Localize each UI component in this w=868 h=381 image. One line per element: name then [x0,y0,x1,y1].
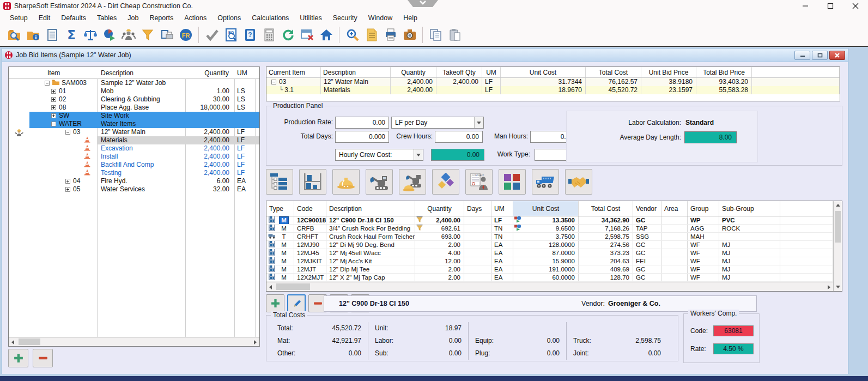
items-grid-header-cell[interactable]: Quantity [415,201,464,216]
tree-row[interactable]: SWSite Work [9,112,259,120]
crew-hours-input[interactable]: 0.00 [435,131,483,143]
items-grid-row[interactable]: M12MJ4512" Mj 45ell W/acc4.00EA87.000037… [266,249,833,257]
menu-window[interactable]: Window [363,13,398,23]
items-grid-header-cell[interactable]: Group [688,201,719,216]
toolbar-pie-report-button[interactable] [100,26,119,44]
contract-subcontractor-button[interactable]: CONTRACT [465,169,493,195]
material-rack-button[interactable] [299,169,326,195]
items-grid-header-cell[interactable]: Vendor [633,201,661,216]
menu-job[interactable]: Job [122,13,144,23]
trucking-button[interactable] [532,169,559,195]
items-grid-header-cell[interactable]: Code [294,201,326,216]
tree-row[interactable]: Testing2,400.00LF [9,169,259,177]
group-squares-button[interactable] [499,169,526,195]
expand-minus-icon[interactable] [271,80,276,84]
menu-actions[interactable]: Actions [179,13,212,23]
tree-row[interactable]: WATERWater Items [9,120,259,128]
equipment-excavator-button[interactable] [366,169,393,195]
expand-plus-icon[interactable] [51,89,56,94]
toolbar-preview-search-button[interactable]: EQ [221,26,240,44]
menu-defaults[interactable]: Defaults [56,13,92,23]
toolbar-folder-info-button[interactable] [23,26,43,44]
current-item-row[interactable]: 0312" Water Main2,400.002,400.00LF31.734… [266,78,840,86]
toolbar-help-book-button[interactable]: ? [240,26,259,44]
crew-equipment-button[interactable] [399,169,426,195]
tree-row[interactable]: 05Water Services32.00EA [9,185,259,193]
doc-titlebar[interactable]: Job Bid Items (Sample 12" Water Job) [2,49,848,62]
menu-reports[interactable]: Reports [144,13,179,23]
toolbar-report-button[interactable] [362,26,381,44]
menu-utilities[interactable]: Utilities [294,13,327,23]
expand-plus-icon[interactable] [51,113,56,118]
toolbar-close-window-button[interactable] [298,26,317,44]
maximize-button[interactable] [818,0,843,12]
toolbar-copy-button[interactable] [426,26,445,44]
items-grid-row[interactable]: M12C9001812" C900 Dr-18 Cl 1502,400.00LF… [266,216,833,225]
expand-minus-icon[interactable] [51,122,56,126]
toolbar-print-button[interactable] [381,26,400,44]
items-grid-row[interactable]: M12MJ9012" Di Mj 90 Deg. Bend2.00EA128.0… [266,241,833,249]
tree-row[interactable]: 04Fire Hyd.6.00EA [9,177,259,185]
scroll-right-icon[interactable] [828,285,830,289]
scroll-up-icon[interactable] [834,201,842,210]
production-rate-input[interactable]: 0.00 [335,117,389,129]
current-item-row[interactable]: └3.1Materials2,400.00LF18.967045,520.722… [266,86,840,94]
rate-unit-select[interactable]: LF per Day [391,117,484,129]
doc-minimize-button[interactable] [794,51,810,60]
add-item-button[interactable] [266,294,284,312]
add-bid-item-button[interactable] [8,349,28,367]
tree-row[interactable]: Excavation2,400.00LF [9,144,259,153]
menu-help[interactable]: Help [398,13,423,23]
items-grid-header-cell[interactable]: Description [326,201,415,216]
toolbar-crew-button[interactable] [119,26,138,44]
items-grid-header-cell[interactable]: Unit Cost [513,201,579,216]
toolbar-home-button[interactable] [317,26,336,44]
doc-close-button[interactable] [829,51,845,60]
expand-plus-icon[interactable] [65,179,70,184]
toolbar-calculator-button[interactable] [259,26,278,44]
bid-item-tree-button[interactable] [266,169,293,195]
items-vertical-scrollbar[interactable] [833,201,842,291]
menu-security[interactable]: Security [327,13,363,23]
expand-minus-icon[interactable] [65,130,70,135]
chevron-down-icon[interactable] [474,117,483,128]
scroll-left-icon[interactable] [11,340,14,344]
toolbar-notes-button[interactable] [43,26,62,44]
vendor-handshake-button[interactable] [565,169,592,195]
labor-hardhat-button[interactable] [332,169,360,195]
remove-bid-item-button[interactable] [33,349,53,367]
expand-plus-icon[interactable] [51,97,56,102]
chevron-down-icon[interactable] [414,149,423,160]
menu-tables[interactable]: Tables [92,13,122,23]
items-vscroll-thumb[interactable] [835,211,841,243]
doc-restore-button[interactable] [812,51,828,60]
tree-row[interactable]: SAM003Sample 12" Water Job [9,79,259,87]
hourly-crew-cost-select[interactable]: Hourly Crew Cost: [335,149,423,161]
items-grid-header-cell[interactable]: UM [491,201,513,216]
toolbar-scales-button[interactable] [81,26,100,44]
toolbar-refresh-button[interactable] [278,26,298,44]
expand-plus-icon[interactable] [65,187,70,192]
toolbar-sum-sigma-button[interactable]: Σ [62,26,81,44]
items-grid-row[interactable]: M12MJT12" Dip Mj Tee2.00EA191.0000409.69… [266,265,833,274]
tree-row[interactable]: Materials2,400.00LF [9,136,259,144]
toolbar-fr-badge-button[interactable]: FR [176,26,195,44]
tree-row[interactable]: Backfill And Comp2,400.00LF [9,161,259,169]
toolbar-print-book-button[interactable] [157,26,176,44]
items-grid-header-cell[interactable]: Area [661,201,688,216]
tree-row[interactable]: 08Place Agg. Base18,000.00LS [9,104,259,112]
items-grid-row[interactable]: TCRHFTCrush Rock Haul Form Teichert693.0… [266,233,833,241]
items-grid-header-cell[interactable]: Days [464,201,491,216]
toolbar-paste-button[interactable] [445,26,464,44]
tree-horizontal-scrollbar[interactable] [9,337,259,346]
menu-setup[interactable]: Setup [4,13,33,23]
toolbar-snapshot-camera-button[interactable] [400,26,419,44]
minimize-button[interactable] [793,0,818,12]
toolbar-zoom-in-button[interactable] [343,26,362,44]
items-grid-row[interactable]: MCRFB3/4" Crush Rock For Bedding692.61TN… [266,225,833,233]
scroll-down-icon[interactable] [834,282,842,291]
items-hscroll-thumb[interactable] [276,283,310,290]
edit-item-button[interactable] [287,294,306,312]
menu-calculations[interactable]: Calculations [246,13,294,23]
items-grid-row[interactable]: M12X2MJT12" X 2" Mj Tap Cap2.00EA60.0000… [266,274,833,282]
